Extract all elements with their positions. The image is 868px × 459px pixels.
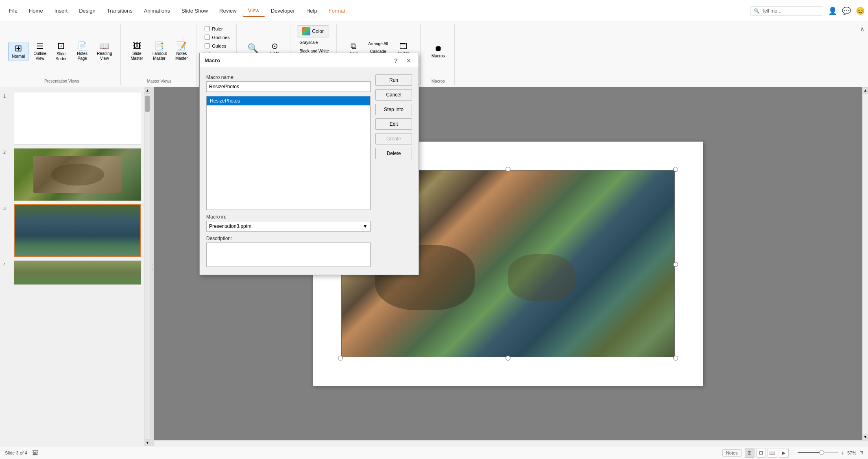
ribbon-group-master-views: 🖼 SlideMaster 📑 HandoutMaster 📝 NotesMas…	[122, 24, 197, 85]
normal-view-icon[interactable]: ⊞	[745, 448, 755, 458]
guides-check[interactable]	[205, 43, 210, 48]
handle-mr[interactable]	[673, 262, 678, 267]
reading-view-icon[interactable]: 📖	[768, 448, 777, 458]
slide-thumb-2[interactable]	[14, 148, 141, 201]
scroll-right-down[interactable]: ▼	[863, 434, 868, 440]
slide-item-3[interactable]: 3	[0, 203, 144, 259]
collapse-icon[interactable]: ∧	[860, 25, 865, 33]
cancel-btn[interactable]: Cancel	[375, 89, 412, 101]
search-box[interactable]: 🔍 Tell me...	[750, 7, 823, 15]
slide-thumb-1[interactable]	[14, 92, 141, 145]
slide-thumb-4[interactable]	[14, 260, 141, 285]
outline-label: OutlineView	[33, 51, 46, 61]
slide-master-icon: 🖼	[133, 42, 141, 50]
arrange-all-label: Arrange All	[368, 42, 388, 46]
handle-br[interactable]	[673, 356, 678, 361]
notes-btn[interactable]: Notes	[722, 449, 742, 457]
slide-panel-scrollbar[interactable]: ▲ ▼	[144, 87, 150, 446]
color-label: Color	[312, 28, 324, 34]
view-normal-btn[interactable]: ⊞ Normal	[8, 42, 28, 61]
menu-format[interactable]: Format	[323, 5, 351, 16]
handle-tm[interactable]	[506, 167, 510, 172]
zoom-fill	[798, 452, 820, 453]
menu-transitions[interactable]: Transitions	[101, 5, 138, 16]
menu-home[interactable]: Home	[23, 5, 49, 16]
fit-slide-btn[interactable]: ⊡	[859, 450, 863, 455]
comment-icon[interactable]: 💬	[842, 7, 851, 15]
zoom-value: 57%	[847, 450, 856, 455]
canvas-bottom-scrollbar[interactable]	[154, 440, 868, 446]
menu-review[interactable]: Review	[214, 5, 242, 16]
scroll-up-arrow[interactable]: ▲	[145, 87, 150, 94]
scroll-right-track[interactable]	[863, 94, 868, 434]
view-outline-btn[interactable]: ☰ OutlineView	[30, 40, 50, 63]
gridlines-check[interactable]	[205, 35, 210, 40]
menu-help[interactable]: Help	[301, 5, 323, 16]
slide-item-1[interactable]: 1	[0, 90, 144, 146]
ribbon-group-macros: ⏺ Macros Macros	[422, 24, 455, 85]
menu-design[interactable]: Design	[73, 5, 101, 16]
zoom-plus-btn[interactable]: +	[841, 450, 844, 456]
create-btn[interactable]: Create	[375, 133, 412, 144]
canvas-right-scrollbar[interactable]: ▲ ▼	[862, 87, 868, 440]
run-btn[interactable]: Run	[375, 74, 412, 86]
delete-btn[interactable]: Delete	[375, 148, 412, 159]
description-label: Description:	[206, 236, 371, 241]
gridlines-checkbox[interactable]: Gridlines	[203, 34, 231, 41]
slide-sorter-view-icon[interactable]: ⊡	[756, 448, 766, 458]
smiley-icon[interactable]: 😊	[856, 7, 865, 15]
handle-tr[interactable]	[673, 167, 678, 172]
handout-master-btn[interactable]: 📑 HandoutMaster	[148, 40, 170, 63]
macro-name-input[interactable]	[206, 81, 371, 92]
zoom-minus-btn[interactable]: −	[792, 450, 795, 456]
edit-btn[interactable]: Edit	[375, 118, 412, 130]
scroll-thumb[interactable]	[145, 96, 150, 112]
step-into-btn[interactable]: Step Into	[375, 104, 412, 115]
presentation-views-label: Presentation Views	[44, 79, 79, 83]
slide-master-btn[interactable]: 🖼 SlideMaster	[127, 40, 147, 63]
dialog-right: Run Cancel Step Into Edit Create Delete	[375, 74, 412, 268]
menu-slideshow[interactable]: Slide Show	[176, 5, 214, 16]
slide-item-4[interactable]: 4	[0, 259, 144, 286]
handle-bl[interactable]	[338, 356, 343, 361]
color-btn[interactable]: Color	[297, 25, 329, 37]
grayscale-btn[interactable]: Grayscale	[297, 39, 320, 46]
menu-developer[interactable]: Developer	[265, 5, 301, 16]
slideshow-view-icon[interactable]: ▶	[779, 448, 789, 458]
macros-btn[interactable]: ⏺ Macros	[428, 43, 448, 60]
macro-list[interactable]: ResizePhotos	[206, 96, 371, 210]
slide-item-2[interactable]: 2	[0, 146, 144, 203]
dialog-help-btn[interactable]: ?	[391, 56, 401, 66]
ribbon-collapse[interactable]: ∧	[860, 24, 865, 85]
menu-animations[interactable]: Animations	[138, 5, 176, 16]
description-textarea[interactable]	[206, 243, 371, 267]
ruler-check[interactable]	[205, 26, 210, 31]
scroll-thumb-area[interactable]	[145, 94, 150, 439]
view-notes-page-btn[interactable]: 📄 NotesPage	[72, 40, 92, 63]
zoom-track[interactable]	[798, 452, 838, 453]
view-reading-btn[interactable]: 📖 ReadingView	[94, 40, 115, 63]
handle-bm[interactable]	[506, 356, 510, 361]
dialog-close-btn[interactable]: ✕	[404, 56, 414, 66]
macro-in-dropdown[interactable]: Presentation3.pptm ▼	[206, 221, 371, 232]
ruler-checkbox[interactable]: Ruler	[203, 25, 224, 32]
panel-resize-handle[interactable]: ⋮	[150, 87, 154, 446]
guides-checkbox[interactable]: Guides	[203, 42, 228, 49]
macro-dialog[interactable]: Macro ? ✕ Macro name: ResizePhotos Macro…	[199, 53, 419, 275]
arrange-all-btn[interactable]: Arrange All	[366, 40, 390, 47]
notes-master-label: NotesMaster	[175, 51, 188, 61]
notes-master-btn[interactable]: 📝 NotesMaster	[172, 40, 191, 63]
user-icon[interactable]: 👤	[828, 7, 837, 15]
scroll-down-arrow[interactable]: ▼	[145, 439, 150, 446]
zoom-slider[interactable]: − +	[792, 450, 844, 456]
menu-file[interactable]: File	[3, 5, 23, 16]
normal-label: Normal	[12, 54, 25, 59]
view-slide-sorter-btn[interactable]: ⊡ SlideSorter	[51, 40, 71, 63]
menu-insert[interactable]: Insert	[49, 5, 74, 16]
zoom-knob[interactable]	[819, 450, 824, 455]
macro-list-item-resizephotos[interactable]: ResizePhotos	[207, 96, 370, 105]
slide-thumb-3[interactable]	[14, 204, 141, 257]
scroll-right-up[interactable]: ▲	[863, 87, 868, 94]
menu-view[interactable]: View	[242, 5, 265, 17]
presentation-views-items: ⊞ Normal ☰ OutlineView ⊡ SlideSorter 📄 N…	[8, 25, 116, 77]
